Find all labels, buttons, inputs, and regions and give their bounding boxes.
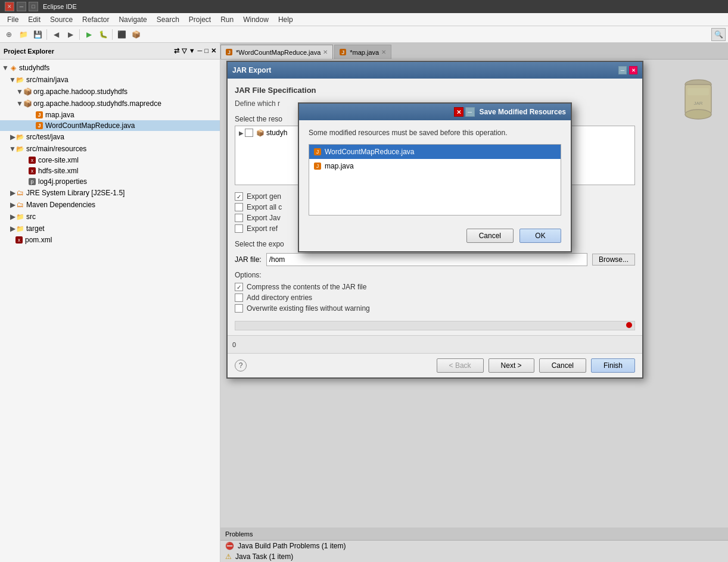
window-controls[interactable]: ✕ ─ □ <box>5 2 38 11</box>
tree-item-studyhdfs[interactable]: ▼ ◈ studyhdfs <box>0 62 220 74</box>
menu-search[interactable]: Search <box>152 14 184 25</box>
jar-dialog-controls[interactable]: ─ ✕ <box>618 66 637 74</box>
save-cancel-button[interactable]: Cancel <box>466 229 514 243</box>
jar-dialog-title-text: JAR Export <box>232 66 271 74</box>
menu-edit[interactable]: Edit <box>23 14 45 25</box>
tb-new-button[interactable]: ⊕ <box>2 28 15 41</box>
option-checkbox-0[interactable]: ✓ <box>235 192 243 201</box>
expand-arrow: ▶ <box>10 213 15 221</box>
tb-open-button[interactable]: 📁 <box>17 28 30 41</box>
expand-arrow: ▶ <box>10 224 15 233</box>
tb-run-button[interactable]: ▶ <box>82 28 95 41</box>
tree-item-target[interactable]: ▶ 📁 target <box>0 223 220 235</box>
resource-checkbox-studyh[interactable] <box>245 129 253 137</box>
tree-item-wordcount-java[interactable]: J WordCountMapReduce.java <box>0 120 220 131</box>
pom-xml-icon: x <box>15 236 23 243</box>
editor-area: J *WordCountMapReduce.java ✕ J *map.java… <box>220 43 728 562</box>
save-modified-dialog: ✕ ─ Save Modified Resources Some modifie… <box>298 102 572 252</box>
menu-file[interactable]: File <box>2 14 23 25</box>
tree-item-jre[interactable]: ▶ 🗂 JRE System Library [J2SE-1.5] <box>0 187 220 199</box>
window-close-button[interactable]: ✕ <box>5 2 14 11</box>
sidebar-minimize-icon[interactable]: ─ <box>198 47 203 55</box>
save-file-map[interactable]: J map.java <box>309 159 561 173</box>
tree-item-src-main-java[interactable]: ▼ 📂 src/main/java <box>0 74 220 86</box>
menu-run[interactable]: Run <box>216 14 238 25</box>
tree-label: studyhdfs <box>19 64 49 72</box>
tree-item-pkg2[interactable]: ▼ 📦 org.apache.hadoop.studyhdfs.mapredce <box>0 98 220 110</box>
options-section-label: Options: <box>235 271 635 279</box>
tree-item-hdfs-site[interactable]: x hdfs-site.xml <box>0 166 220 176</box>
back-button[interactable]: < Back <box>437 358 484 373</box>
tb-debug-button[interactable]: 🐛 <box>97 28 110 41</box>
save-file-label-map: map.java <box>325 162 354 170</box>
sidebar-maximize-icon[interactable]: □ <box>204 47 209 55</box>
tree-item-src-test-java[interactable]: ▶ 📂 src/test/java <box>0 131 220 143</box>
option-checkbox-1[interactable] <box>235 203 243 211</box>
tb-forward-button[interactable]: ▶ <box>64 28 77 41</box>
tree-label: log4j.properties <box>38 177 87 186</box>
jar-file-label: JAR file: <box>235 255 262 264</box>
next-button[interactable]: Next > <box>489 358 534 373</box>
option-checkbox-2[interactable] <box>235 214 243 222</box>
menu-project[interactable]: Project <box>184 14 216 25</box>
save-dialog-left-controls[interactable]: ✕ ─ <box>454 107 475 117</box>
save-dialog-minimize[interactable]: ─ <box>465 107 475 117</box>
browse-button[interactable]: Browse... <box>592 254 635 266</box>
tree-item-src-main-resources[interactable]: ▼ 📂 src/main/resources <box>0 143 220 155</box>
expand-arrow: ▼ <box>17 88 23 96</box>
expand-arrow: ▼ <box>2 64 8 72</box>
menu-window[interactable]: Window <box>238 14 273 25</box>
save-dialog-close[interactable]: ✕ <box>454 107 463 117</box>
tree-item-log4j[interactable]: p log4j.properties <box>0 176 220 187</box>
library-icon: 🗂 <box>15 188 25 198</box>
option-label-1: Export all c <box>247 203 282 211</box>
tb-pkg-button[interactable]: 📦 <box>129 28 142 41</box>
tree-item-pkg1[interactable]: ▼ 📦 org.apache.hadoop.studyhdfs <box>0 86 220 98</box>
tb-save-button[interactable]: 💾 <box>31 28 44 41</box>
jar-help-icon[interactable]: ? <box>235 360 247 371</box>
expand-arrow: ▶ <box>10 133 15 141</box>
window-maximize-button[interactable]: □ <box>29 2 38 11</box>
finish-button[interactable]: Finish <box>591 358 635 373</box>
menu-navigate[interactable]: Navigate <box>114 14 151 25</box>
sidebar-sync-icon[interactable]: ⇄ <box>174 47 179 55</box>
jar-dialog-title-bar: JAR Export ─ ✕ <box>228 62 642 79</box>
tree-label: org.apache.hadoop.studyhdfs.mapredce <box>33 99 161 108</box>
tree-label: src/main/resources <box>26 145 86 153</box>
overwrite-checkbox[interactable] <box>235 304 243 313</box>
tb-back-button[interactable]: ◀ <box>49 28 63 41</box>
tree-item-maven[interactable]: ▶ 🗂 Maven Dependencies <box>0 199 220 211</box>
tree-item-src[interactable]: ▶ 📁 src <box>0 211 220 223</box>
add-dir-checkbox[interactable] <box>235 294 243 302</box>
title-text: Eclipse IDE <box>43 3 77 10</box>
tree-label: core-site.xml <box>38 156 79 164</box>
option-checkbox-3[interactable] <box>235 224 243 233</box>
menu-refactor[interactable]: Refactor <box>77 14 114 25</box>
sidebar-collapse-icon[interactable]: ▽ <box>182 47 186 55</box>
compress-row: ✓ Compress the contents of the JAR file <box>235 282 635 292</box>
tree-label: Maven Dependencies <box>26 201 95 209</box>
sidebar-header: Project Explorer ⇄ ▽ ▼ ─ □ ✕ <box>0 43 220 60</box>
tree-item-core-site[interactable]: x core-site.xml <box>0 155 220 166</box>
add-dir-row: Add directory entries <box>235 292 635 303</box>
compress-checkbox[interactable]: ✓ <box>235 283 243 291</box>
tree-item-map-java[interactable]: J map.java <box>0 110 220 120</box>
tb-console-button[interactable]: ⬛ <box>115 28 128 41</box>
options-section: Options: ✓ Compress the contents of the … <box>235 271 635 314</box>
menu-source[interactable]: Source <box>45 14 77 25</box>
save-ok-button[interactable]: OK <box>519 229 561 243</box>
tree-label: src <box>26 213 36 221</box>
window-minimize-button[interactable]: ─ <box>17 2 26 11</box>
save-file-wordcount[interactable]: J WordCountMapReduce.java <box>309 145 561 159</box>
sidebar-close-icon[interactable]: ✕ <box>211 47 216 55</box>
jar-cancel-button[interactable]: Cancel <box>539 358 586 373</box>
tree-item-pom-xml[interactable]: x pom.xml <box>0 235 220 245</box>
jar-file-input[interactable] <box>266 253 587 266</box>
jar-dialog-close[interactable]: ✕ <box>629 66 637 74</box>
menu-help[interactable]: Help <box>273 14 298 25</box>
src-folder-icon: 📂 <box>15 144 25 154</box>
jar-dialog-minimize[interactable]: ─ <box>618 66 627 74</box>
toolbar-search-icon[interactable]: 🔍 <box>711 28 726 41</box>
sidebar-menu-icon[interactable]: ▼ <box>189 47 195 55</box>
resource-folder-icon: 📦 <box>256 128 265 138</box>
